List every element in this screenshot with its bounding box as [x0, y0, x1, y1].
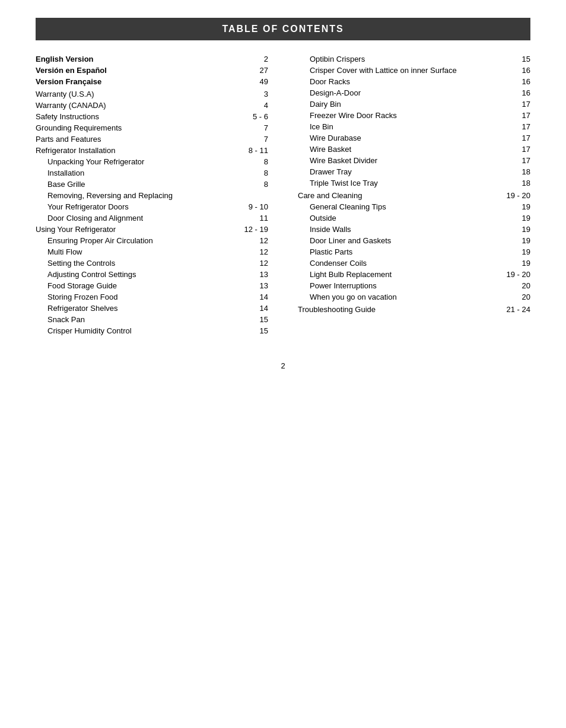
toc-page: 14: [239, 304, 268, 313]
toc-page: 12 - 19: [239, 225, 268, 234]
toc-label: Removing, Reversing and Replacing: [36, 191, 239, 200]
toc-label: Storing Frozen Food: [36, 293, 239, 301]
toc-page: 7: [239, 123, 268, 132]
toc-page: 7: [239, 135, 268, 144]
toc-label: Version Française: [36, 77, 239, 86]
toc-page: 19: [501, 214, 530, 222]
toc-label: Parts and Features: [36, 135, 239, 144]
toc-page: 19: [501, 225, 530, 234]
toc-page: 17: [501, 111, 530, 120]
toc-label: Outside: [298, 214, 501, 222]
toc-label: Inside Walls: [298, 225, 501, 234]
toc-label: Using Your Refrigerator: [36, 225, 239, 234]
toc-label: Optibin Crispers: [298, 55, 501, 63]
toc-page: 19 - 20: [501, 191, 530, 200]
toc-page: 3: [239, 90, 268, 98]
toc-page: 49: [239, 77, 268, 86]
toc-page: 20: [501, 293, 530, 301]
toc-label: Ensuring Proper Air Circulation: [36, 236, 239, 245]
toc-label: Care and Cleaning: [298, 191, 501, 200]
toc-label: When you go on vacation: [298, 293, 501, 301]
toc-page: 12: [239, 259, 268, 268]
toc-label: Crisper Cover with Lattice on inner Surf…: [298, 66, 501, 75]
toc-page: 21 - 24: [501, 305, 530, 314]
toc-page: 9 - 10: [239, 202, 268, 211]
toc-label: Door Liner and Gaskets: [298, 236, 501, 245]
toc-label: Multi Flow: [36, 247, 239, 256]
toc-label: Your Refrigerator Doors: [36, 202, 239, 211]
toc-label: Unpacking Your Refrigerator: [36, 157, 239, 166]
toc-page: 18: [501, 179, 530, 187]
toc-label: Crisper Humidity Control: [36, 326, 239, 335]
toc-page: 8 - 11: [239, 146, 268, 155]
toc-page: 17: [501, 100, 530, 109]
toc-page: 4: [239, 101, 268, 110]
toc-page: 13: [239, 281, 268, 290]
toc-page: 19: [501, 202, 530, 211]
toc-label: English Version: [36, 55, 239, 63]
toc-page: 19: [501, 247, 530, 256]
toc-page: 19: [501, 236, 530, 245]
toc-label: General Cleaning Tips: [298, 202, 501, 211]
toc-page: 12: [239, 247, 268, 256]
left-column: English Version2Versión en Español27Vers…: [36, 55, 286, 338]
toc-label: Refrigerator Installation: [36, 146, 239, 155]
toc-page: 15: [501, 55, 530, 63]
right-column: Optibin Crispers15Crisper Cover with Lat…: [286, 55, 530, 338]
toc-page: 5 - 6: [239, 112, 268, 121]
toc-label: Safety Instructions: [36, 112, 239, 121]
toc-label: Light Bulb Replacement: [298, 270, 501, 279]
toc-page: 11: [239, 214, 268, 222]
toc-label: Design-A-Door: [298, 88, 501, 97]
toc-label: Freezer Wire Door Racks: [298, 111, 501, 120]
toc-label: Adjusting Control Settings: [36, 270, 239, 279]
toc-label: Base Grille: [36, 180, 239, 189]
toc-label: Power Interruptions: [298, 281, 501, 290]
toc-label: Drawer Tray: [298, 167, 501, 176]
toc-label: Grounding Requirements: [36, 123, 239, 132]
toc-label: Refrigerator Shelves: [36, 304, 239, 313]
toc-page: 16: [501, 66, 530, 75]
toc-label: Versión en Español: [36, 66, 239, 75]
page-header: TABLE OF CONTENTS: [36, 18, 530, 40]
toc-label: Ice Bin: [298, 122, 501, 131]
toc-label: Dairy Bin: [298, 100, 501, 109]
toc-page: 16: [501, 77, 530, 86]
toc-label: Door Closing and Alignment: [36, 214, 239, 222]
toc-label: Wire Basket: [298, 145, 501, 154]
toc-label: Wire Basket Divider: [298, 156, 501, 165]
toc-label: Snack Pan: [36, 315, 239, 324]
toc-page: 2: [239, 55, 268, 63]
toc-page: 19 - 20: [501, 270, 530, 279]
toc-page: 17: [501, 156, 530, 165]
toc-page: 8: [239, 169, 268, 177]
toc-page: 8: [239, 180, 268, 189]
toc-page: 13: [239, 270, 268, 279]
toc-page: 17: [501, 122, 530, 131]
toc-page: 16: [501, 88, 530, 97]
toc-label: Warranty (CANADA): [36, 101, 239, 110]
toc-page: 15: [239, 315, 268, 324]
toc-label: Troubleshooting Guide: [298, 305, 501, 314]
toc-page: 27: [239, 66, 268, 75]
toc-page: 17: [501, 145, 530, 154]
toc-page: 18: [501, 167, 530, 176]
toc-label: Plastic Parts: [298, 247, 501, 256]
page-footer: 2: [36, 361, 530, 370]
toc-page: 14: [239, 293, 268, 301]
toc-label: Setting the Controls: [36, 259, 239, 268]
toc-label: Triple Twist Ice Tray: [298, 179, 501, 187]
toc-page: 12: [239, 236, 268, 245]
toc-page: 8: [239, 157, 268, 166]
toc-page: 17: [501, 133, 530, 142]
toc-label: Installation: [36, 169, 239, 177]
toc-label: Condenser Coils: [298, 259, 501, 268]
toc-page: 20: [501, 281, 530, 290]
toc-label: Food Storage Guide: [36, 281, 239, 290]
toc-page: 19: [501, 259, 530, 268]
toc-label: Warranty (U.S.A): [36, 90, 239, 98]
toc-label: Wire Durabase: [298, 133, 501, 142]
toc-label: Door Racks: [298, 77, 501, 86]
toc-page: 15: [239, 326, 268, 335]
